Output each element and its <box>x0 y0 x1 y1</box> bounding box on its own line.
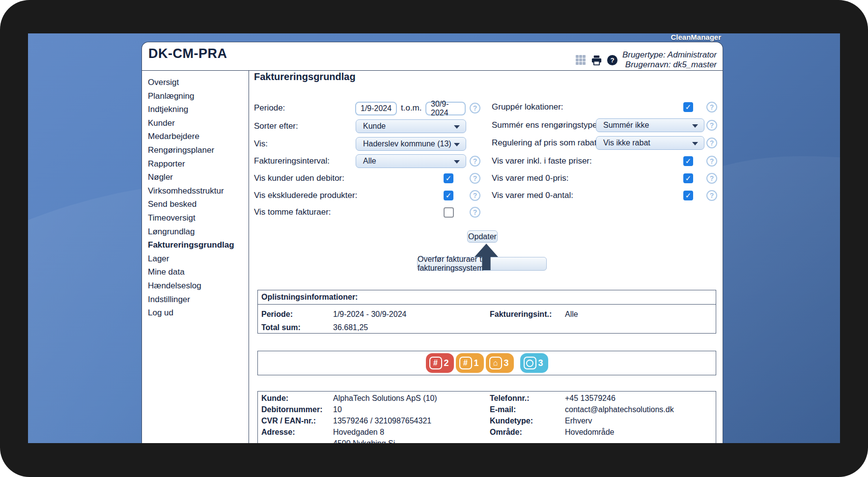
grupper-label: Gruppér lokationer: <box>492 102 563 112</box>
form-row-tomme: Vis tomme fakturaer: ? <box>249 205 723 219</box>
sidebar-item-send-besked[interactable]: Send besked <box>142 197 249 211</box>
user-type: Brugertype: Administrator <box>622 50 717 60</box>
app-title: DK-CM-PRA <box>148 46 227 61</box>
sidebar-item-nogler[interactable]: Nøgler <box>142 170 249 184</box>
telefon-label: Telefonnr.: <box>490 394 530 403</box>
help-icon[interactable]: ? <box>470 207 480 218</box>
faste-priser-label: Vis varer inkl. i faste priser: <box>492 156 592 166</box>
help-filled-icon[interactable]: ? <box>607 55 618 66</box>
omrade-label: Område: <box>490 428 522 437</box>
nul-pris-label: Vis varer med 0-pris: <box>492 173 569 183</box>
grid-icon[interactable] <box>575 55 587 66</box>
app-window: DK-CM-PRA <box>141 42 723 443</box>
form-row-nul-antal: Vis varer med 0-antal: ✓ ? <box>249 189 723 202</box>
transfer-invoices-button[interactable]: Overfør fakturaer til faktureringssystem <box>417 257 547 271</box>
user-name: Brugernavn: dk5_master <box>622 60 717 70</box>
customer-row: Kunde: AlphaTech Solutions ApS (10) Tele… <box>258 394 716 405</box>
device-frame: CleanManager DK-CM-PRA <box>0 0 868 477</box>
sidebar-item-indstillinger[interactable]: Indstillinger <box>142 293 249 307</box>
customer-row: 4500 Nykøbing Sj <box>258 439 716 443</box>
circle-icon <box>524 357 536 369</box>
omrade-value: Hovedområde <box>565 428 615 437</box>
sidebar-item-longrundlag[interactable]: Løngrundlag <box>142 225 249 239</box>
nul-pris-checkbox[interactable]: ✓ <box>683 173 693 183</box>
help-icon[interactable]: ? <box>706 190 717 201</box>
badge-count: 1 <box>474 358 479 368</box>
house-icon: ⌂ <box>489 357 502 369</box>
listing-interval-label: Faktureringsint.: <box>490 310 552 319</box>
badge-count: 3 <box>538 358 543 368</box>
header-toolbar: ? Brugertype: Administrator Brugernavn: … <box>575 50 717 70</box>
sidebar-item-kunder[interactable]: Kunder <box>142 116 249 130</box>
desktop-background: CleanManager DK-CM-PRA <box>28 33 840 443</box>
sidebar-item-timeoversigt[interactable]: Timeoversigt <box>142 211 249 225</box>
user-info: Brugertype: Administrator Brugernavn: dk… <box>622 50 717 70</box>
sidebar-item-haendelseslog[interactable]: Hændelseslog <box>142 279 249 293</box>
cvr-label: CVR / EAN-nr.: <box>261 417 316 425</box>
sidebar-item-indtjekning[interactable]: Indtjekning <box>142 103 249 116</box>
help-icon[interactable]: ? <box>706 138 717 148</box>
sidebar-item-rapporter[interactable]: Rapporter <box>142 157 249 171</box>
listing-periode-value: 1/9-2024 - 30/9-2024 <box>333 310 406 319</box>
badges-box: # 2 # 1 ⌂ 3 3 <box>257 351 716 375</box>
badge-count: 3 <box>504 358 509 368</box>
chevron-down-icon <box>692 124 698 128</box>
form-row-summer: Summér ens rengøringstyper: Summér ikke … <box>249 118 723 132</box>
print-icon[interactable] <box>591 55 602 66</box>
sidebar-item-log-ud[interactable]: Log ud <box>142 306 249 320</box>
sidebar: Oversigt Planlægning Indtjekning Kunder … <box>142 71 249 443</box>
hash-icon: # <box>429 357 442 369</box>
cvr-value: 13579246 / 3210987654321 <box>333 417 431 425</box>
help-icon[interactable]: ? <box>706 102 717 112</box>
form-row-faste-priser: Vis varer inkl. i faste priser: ✓ ? <box>249 154 723 168</box>
page-title: Faktureringsgrundlag <box>254 71 356 83</box>
sidebar-item-faktureringsgrundlag[interactable]: Faktureringsgrundlag <box>142 238 249 252</box>
badge-orange-house[interactable]: ⌂ 3 <box>486 353 514 373</box>
main-content: Faktureringsgrundlag Periode: 1/9-2024 t… <box>249 71 723 443</box>
sidebar-item-mine-data[interactable]: Mine data <box>142 265 249 279</box>
badge-red-hash[interactable]: # 2 <box>426 353 454 373</box>
update-button[interactable]: Opdater <box>467 230 498 243</box>
adresse-value: Hovedgaden 8 <box>333 428 384 437</box>
sidebar-item-medarbejdere[interactable]: Medarbejdere <box>142 130 249 143</box>
tomme-checkbox[interactable] <box>444 207 454 218</box>
regulering-select[interactable]: Vis ikke rabat <box>596 136 704 150</box>
listing-interval-value: Alle <box>565 310 578 319</box>
adresse-value-line2: 4500 Nykøbing Sj <box>333 439 395 443</box>
kunde-label: Kunde: <box>261 394 288 403</box>
email-value: contact@alphatechsolutions.dk <box>565 405 674 414</box>
faste-priser-checkbox[interactable]: ✓ <box>683 156 693 166</box>
email-label: E-mail: <box>490 405 516 414</box>
badge-orange-hash[interactable]: # 1 <box>456 353 484 373</box>
help-icon[interactable]: ? <box>706 173 717 184</box>
kundetype-label: Kundetype: <box>490 417 533 425</box>
sidebar-item-rengoringsplaner[interactable]: Rengøringsplaner <box>142 143 249 157</box>
badge-count: 2 <box>444 358 449 368</box>
form-row-regulering: Regulering af pris som rabat: Vis ikke r… <box>249 136 723 150</box>
tomme-label: Vis tomme fakturaer: <box>254 207 331 217</box>
form-row-grupper: Gruppér lokationer: ✓ ? <box>249 100 723 114</box>
sidebar-item-lager[interactable]: Lager <box>142 252 249 266</box>
cleanmanager-brand: CleanManager <box>671 33 721 41</box>
summer-select[interactable]: Summér ikke <box>596 118 704 132</box>
summer-label: Summér ens rengøringstyper: <box>492 120 602 130</box>
listing-info-box: Oplistningsinformationer: Periode: 1/9-2… <box>257 290 716 334</box>
nul-antal-checkbox[interactable]: ✓ <box>683 191 693 200</box>
debitor-value: 10 <box>333 405 342 414</box>
help-icon[interactable]: ? <box>706 156 717 167</box>
badge-cyan-circle[interactable]: 3 <box>520 353 548 373</box>
help-icon[interactable]: ? <box>706 120 717 131</box>
customer-row: CVR / EAN-nr.: 13579246 / 3210987654321 … <box>258 417 716 428</box>
listing-total-value: 36.681,25 <box>333 323 368 332</box>
customer-info-box: Kunde: AlphaTech Solutions ApS (10) Tele… <box>257 391 716 443</box>
nul-antal-label: Vis varer med 0-antal: <box>492 191 573 200</box>
kunde-value: AlphaTech Solutions ApS (10) <box>333 394 437 403</box>
listing-total-label: Total sum: <box>261 323 301 332</box>
sidebar-item-virksomhedsstruktur[interactable]: Virksomhedsstruktur <box>142 184 249 198</box>
customer-row: Debitornummer: 10 E-mail: contact@alphat… <box>258 405 716 417</box>
hash-icon: # <box>459 357 472 369</box>
sidebar-item-oversigt[interactable]: Oversigt <box>142 76 249 89</box>
sidebar-item-planlaegning[interactable]: Planlægning <box>142 89 249 103</box>
grupper-checkbox[interactable]: ✓ <box>683 102 693 112</box>
svg-text:?: ? <box>610 56 614 64</box>
